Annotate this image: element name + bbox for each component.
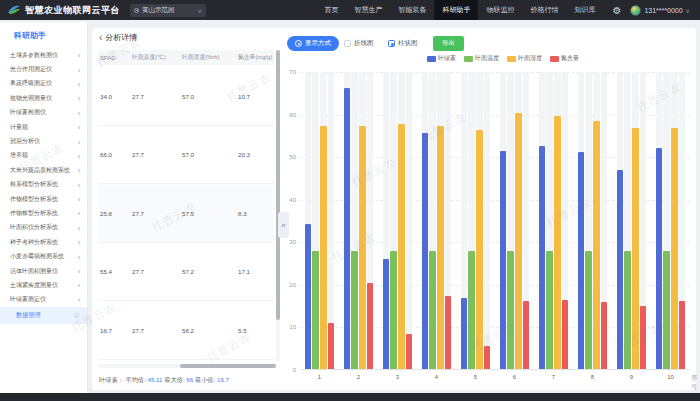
bar-氮含量-8[interactable] — [601, 302, 607, 369]
bar-氮含量-10[interactable] — [679, 301, 685, 369]
sidebar-item-作物株型分析系统[interactable]: 作物株型分析系统∨ — [0, 206, 87, 220]
legend-item-叶面湿度[interactable]: 叶面湿度 — [507, 54, 542, 63]
sidebar-item-果蔬呼吸测定仪[interactable]: 果蔬呼吸测定仪∨ — [0, 77, 87, 91]
sidebar-item-土壤紧实度测量仪[interactable]: 土壤紧实度测量仪∨ — [0, 278, 87, 292]
sidebar-item-植物光照测量仪[interactable]: 植物光照测量仪∨ — [0, 91, 87, 105]
sidebar-item-计量箱[interactable]: 计量箱∨ — [0, 120, 87, 134]
bar-叶绿素-5[interactable] — [461, 298, 467, 369]
table-row[interactable]: 34.027.757.010.7 — [98, 68, 274, 126]
brand-title: 智慧农业物联网云平台 — [25, 4, 120, 17]
legend-label: 氮含量 — [561, 54, 579, 63]
table-row[interactable]: 25.827.757.58.3 — [98, 185, 274, 243]
bar-叶面湿度-2[interactable] — [359, 126, 365, 369]
bar-叶面湿度-8[interactable] — [593, 121, 599, 369]
bar-氮含量-3[interactable] — [406, 334, 412, 369]
settings-gear-icon[interactable]: ⚙ — [603, 5, 630, 16]
nav-item-物联监控[interactable]: 物联监控 — [478, 0, 522, 20]
bar-叶面温度-6[interactable] — [507, 251, 513, 369]
collapse-panel-button[interactable]: « — [278, 212, 289, 238]
nav-item-智能装备[interactable]: 智能装备 — [390, 0, 434, 20]
nav-item-价格行情[interactable]: 价格行情 — [522, 0, 566, 20]
bar-叶绿素-1[interactable] — [305, 224, 311, 369]
sidebar-item-光合作用测定仪[interactable]: 光合作用测定仪∨ — [0, 62, 87, 76]
table-cell: 57.0 — [180, 151, 236, 158]
horizontal-scrollbar[interactable] — [98, 364, 276, 368]
bar-叶绿素-10[interactable] — [656, 148, 662, 369]
sidebar-item-大米外观品质检测系统[interactable]: 大米外观品质检测系统∨ — [0, 163, 87, 177]
column-header: 氮含量(mg/g) — [236, 53, 274, 62]
bar-叶绿素-9[interactable] — [617, 170, 623, 369]
bar-叶面湿度-10[interactable] — [671, 128, 677, 369]
chevron-down-icon: ∨ — [198, 7, 202, 14]
bar-叶面温度-1[interactable] — [312, 251, 318, 369]
vertical-scrollbar-thumb[interactable] — [276, 50, 280, 320]
line-chart-option[interactable]: 折线图 — [344, 39, 374, 48]
sidebar-item-叶绿素测定仪[interactable]: 叶绿素测定仪∧ — [0, 293, 87, 307]
bar-叶面温度-10[interactable] — [663, 251, 669, 369]
bar-叶面湿度-7[interactable] — [554, 116, 560, 369]
horizontal-scrollbar-thumb[interactable] — [180, 364, 276, 368]
export-button[interactable]: 导出 — [433, 36, 464, 51]
table-row[interactable]: 16.727.756.25.5 — [98, 302, 274, 360]
summary-avg-value: 45.11 — [148, 376, 163, 383]
bar-叶面湿度-3[interactable] — [398, 124, 404, 369]
user-menu[interactable]: 131****0000 ∨ — [630, 5, 700, 16]
bar-叶面温度-7[interactable] — [546, 251, 552, 369]
bar-氮含量-1[interactable] — [328, 323, 334, 369]
back-icon[interactable]: ‹ — [99, 34, 102, 42]
bar-叶绿素-4[interactable] — [422, 133, 428, 369]
bar-叶面湿度-1[interactable] — [320, 126, 326, 369]
sidebar-subitem-数据管理[interactable]: 数据管理☆ — [0, 307, 87, 324]
bar-叶绿素-3[interactable] — [383, 259, 389, 369]
legend-item-叶面温度[interactable]: 叶面温度 — [464, 54, 499, 63]
bar-氮含量-6[interactable] — [523, 301, 529, 369]
bar-叶绿素-2[interactable] — [344, 88, 350, 369]
sidebar-item-种子考种分析系统[interactable]: 种子考种分析系统∨ — [0, 235, 87, 249]
bar-叶面温度-4[interactable] — [429, 251, 435, 369]
sidebar-item-作物模型分析系统[interactable]: 作物模型分析系统∨ — [0, 192, 87, 206]
checkbox-unchecked-icon[interactable] — [344, 40, 351, 47]
legend-swatch — [550, 56, 559, 62]
bar-叶绿素-6[interactable] — [500, 151, 506, 369]
bar-氮含量-2[interactable] — [367, 283, 373, 369]
vertical-scrollbar[interactable] — [276, 50, 280, 362]
bar-叶面温度-5[interactable] — [468, 251, 474, 369]
nav-item-科研助手[interactable]: 科研助手 — [434, 0, 478, 20]
bar-叶面温度-9[interactable] — [624, 251, 630, 369]
bar-氮含量-9[interactable] — [640, 306, 646, 369]
bar-叶面温度-2[interactable] — [351, 251, 357, 369]
legend-item-叶绿素[interactable]: 叶绿素 — [427, 54, 456, 63]
x-tick-label: 4 — [417, 374, 456, 380]
sidebar-item-小麦赤霉病检测系统[interactable]: 小麦赤霉病检测系统∨ — [0, 249, 87, 263]
bar-叶绿素-8[interactable] — [578, 152, 584, 369]
bar-叶面温度-3[interactable] — [390, 251, 396, 369]
site-selector-dropdown[interactable]: 黄山示范园 ∨ — [130, 4, 206, 17]
bar-叶面温度-8[interactable] — [585, 251, 591, 369]
bar-叶面湿度-4[interactable] — [437, 126, 443, 370]
sidebar-item-活体叶面积测量仪[interactable]: 活体叶面积测量仪∨ — [0, 264, 87, 278]
table-row[interactable]: 55.427.757.217.1 — [98, 243, 274, 301]
radio-checked-icon[interactable] — [388, 40, 395, 47]
nav-item-首页[interactable]: 首页 — [316, 0, 346, 20]
nav-item-智慧生产[interactable]: 智慧生产 — [346, 0, 390, 20]
nav-item-知识库[interactable]: 知识库 — [566, 0, 603, 20]
bar-叶面湿度-5[interactable] — [476, 130, 482, 369]
bar-chart-option[interactable]: 柱状图 — [388, 39, 418, 48]
sidebar-item-根系模型分析系统[interactable]: 根系模型分析系统∨ — [0, 178, 87, 192]
sidebar-item-冠层分析仪[interactable]: 冠层分析仪∨ — [0, 134, 87, 148]
table-row[interactable]: 66.027.757.020.3 — [98, 126, 274, 184]
legend-item-氮含量[interactable]: 氮含量 — [550, 54, 579, 63]
bar-氮含量-7[interactable] — [562, 300, 568, 369]
display-mode-button[interactable]: 显示方式 — [287, 36, 339, 51]
sidebar-item-土壤多参数检测仪[interactable]: 土壤多参数检测仪∨ — [0, 48, 87, 62]
sidebar-item-培养箱[interactable]: 培养箱∨ — [0, 149, 87, 163]
bar-叶绿素-7[interactable] — [539, 146, 545, 369]
x-tick-label: 6 — [495, 374, 534, 380]
sidebar-item-叶绿素检测仪[interactable]: 叶绿素检测仪∨ — [0, 106, 87, 120]
sidebar-item-叶面积仪分析系统[interactable]: 叶面积仪分析系统∨ — [0, 221, 87, 235]
bar-叶面湿度-6[interactable] — [515, 113, 521, 369]
star-icon[interactable]: ☆ — [73, 311, 80, 320]
bar-氮含量-5[interactable] — [484, 346, 490, 369]
bar-氮含量-4[interactable] — [445, 296, 451, 369]
bar-叶面湿度-9[interactable] — [632, 128, 638, 369]
